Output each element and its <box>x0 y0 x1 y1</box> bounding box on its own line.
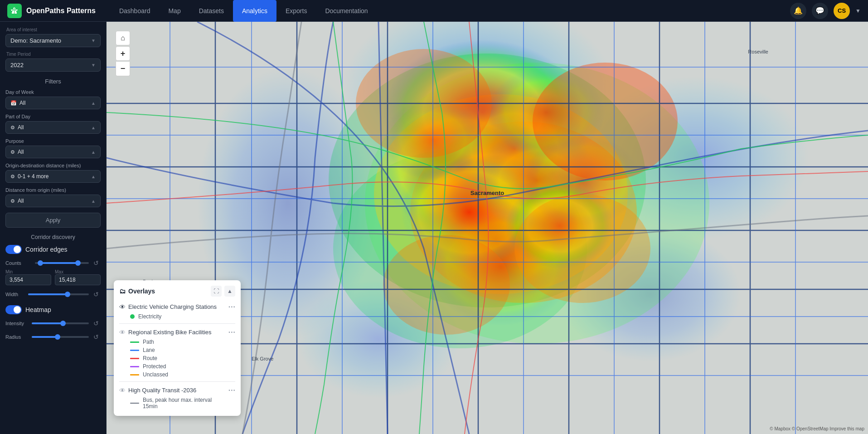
overlays-header-actions: ⛶ ▲ <box>211 286 235 297</box>
width-label: Width <box>5 292 25 297</box>
svg-point-16 <box>419 176 573 303</box>
svg-point-27 <box>383 235 510 335</box>
overlays-collapse-button[interactable]: ▲ <box>224 286 235 297</box>
route-line <box>130 358 139 359</box>
svg-point-15 <box>437 158 610 294</box>
svg-point-26 <box>514 194 650 303</box>
bike-legend-unclassed: Unclassed <box>119 371 235 379</box>
area-select[interactable]: Demo: Sacramento ▼ <box>5 34 101 47</box>
overlay-transit-section: 👁 High Quality Transit -2036 ⋯ Bus, peak… <box>119 385 235 410</box>
bike-legend-protected: Protected <box>119 362 235 371</box>
notifications-button[interactable]: 🔔 <box>790 3 806 19</box>
radius-label: Radius <box>5 334 29 340</box>
counts-refresh-button[interactable]: ↺ <box>92 258 101 268</box>
nav-right: 🔔 💬 CS ▼ <box>790 3 861 19</box>
counts-section: Counts ↺ Min Max <box>5 258 101 285</box>
width-refresh-button[interactable]: ↺ <box>92 290 101 299</box>
overlay-ev-row: 👁 Electric Vehicle Charging Stations ⋯ <box>119 301 235 312</box>
messages-button[interactable]: 💬 <box>812 3 828 19</box>
protected-line <box>130 366 139 367</box>
top-navigation: 🛣 OpenPaths Patterns Dashboard Map Datas… <box>0 0 868 22</box>
counts-max-input[interactable] <box>55 274 101 285</box>
svg-point-13 <box>401 122 582 267</box>
day-of-week-field: Day of Week 📅All ▲ <box>5 89 101 109</box>
dist-from-origin-select[interactable]: ⚙All ▲ <box>5 195 101 207</box>
nav-item-exports[interactable]: Exports <box>276 0 316 22</box>
counts-minmax: Min Max <box>5 269 101 285</box>
nav-item-dashboard[interactable]: Dashboard <box>110 0 160 22</box>
map-label-roseville: Roseville <box>748 49 768 54</box>
counts-max-label: Max <box>55 269 101 274</box>
overlays-title: 🗂 Overlays <box>119 288 155 295</box>
od-chevron-icon: ▲ <box>91 174 96 179</box>
svg-point-25 <box>533 63 678 180</box>
overlay-transit-left: 👁 High Quality Transit -2036 <box>119 387 196 394</box>
apply-button[interactable]: Apply <box>5 213 101 228</box>
day-of-week-select[interactable]: 📅All ▲ <box>5 97 101 109</box>
transit-dots-icon[interactable]: ⋯ <box>228 386 235 395</box>
logo[interactable]: 🛣 OpenPaths Patterns <box>7 4 96 18</box>
bike-eye-icon[interactable]: 👁 <box>119 329 126 336</box>
time-period-field[interactable]: Time Period 2022 ▼ <box>5 52 101 72</box>
area-of-interest-field[interactable]: Area of interest Demo: Sacramento ▼ <box>5 27 101 47</box>
filter-icon-1: ⚙ <box>10 125 15 131</box>
corridor-edges-toggle[interactable] <box>5 245 22 254</box>
radius-range-track[interactable] <box>32 336 89 338</box>
part-of-day-select[interactable]: ⚙All ▲ <box>5 121 101 134</box>
svg-point-18 <box>401 158 537 267</box>
width-range-track[interactable] <box>28 293 89 295</box>
purpose-select[interactable]: ⚙All ▲ <box>5 146 101 158</box>
counts-range-track[interactable] <box>35 262 89 264</box>
svg-point-10 <box>410 122 637 303</box>
svg-point-9 <box>374 94 628 294</box>
origin-dest-select[interactable]: ⚙0-1 + 4 more ▲ <box>5 170 101 183</box>
nav-item-datasets[interactable]: Datasets <box>190 0 233 22</box>
nav-item-documentation[interactable]: Documentation <box>316 0 377 22</box>
home-button[interactable]: ⌂ <box>116 31 130 45</box>
radius-refresh-button[interactable]: ↺ <box>92 332 101 341</box>
transit-eye-icon[interactable]: 👁 <box>119 387 126 394</box>
origin-dest-label: Origin-destination distance (miles) <box>5 163 101 168</box>
zoom-in-button[interactable]: + <box>116 46 130 61</box>
map-label-elk-grove: Elk Grove <box>252 356 273 361</box>
zoom-out-button[interactable]: − <box>116 62 130 76</box>
electricity-dot <box>130 314 135 319</box>
pod-chevron-icon: ▲ <box>91 125 96 130</box>
intensity-label: Intensity <box>5 321 29 326</box>
nav-item-map[interactable]: Map <box>159 0 189 22</box>
path-label: Path <box>143 339 154 345</box>
bike-legend-route: Route <box>119 354 235 362</box>
intensity-range-track[interactable] <box>32 322 89 324</box>
path-line <box>130 341 139 343</box>
overlays-expand-button[interactable]: ⛶ <box>211 286 222 297</box>
dist-from-origin-field: Distance from origin (miles) ⚙All ▲ <box>5 187 101 207</box>
time-select[interactable]: 2022 ▼ <box>5 59 101 72</box>
calendar-icon: 📅 <box>10 100 17 106</box>
lane-label: Lane <box>143 347 155 353</box>
nav-item-analytics[interactable]: Analytics <box>233 0 276 22</box>
svg-point-21 <box>383 99 483 180</box>
counts-label: Counts <box>5 260 32 266</box>
intensity-refresh-button[interactable]: ↺ <box>92 319 101 328</box>
svg-point-23 <box>505 183 614 269</box>
area-label: Area of interest <box>5 27 101 32</box>
heatmap-toggle[interactable] <box>5 305 22 314</box>
bike-dots-icon[interactable]: ⋯ <box>228 328 235 336</box>
user-dropdown-icon[interactable]: ▼ <box>855 8 861 14</box>
ev-dots-icon[interactable]: ⋯ <box>228 302 235 311</box>
bike-legend-lane: Lane <box>119 346 235 354</box>
divider-1 <box>119 323 235 324</box>
radius-section: Radius ↺ <box>5 332 101 341</box>
ev-eye-icon[interactable]: 👁 <box>119 303 126 311</box>
main-content: Area of interest Demo: Sacramento ▼ Time… <box>0 22 868 434</box>
purpose-field: Purpose ⚙All ▲ <box>5 138 101 158</box>
counts-min-input[interactable] <box>5 274 51 285</box>
counts-min-field: Min <box>5 269 51 285</box>
dow-chevron-icon: ▲ <box>91 101 96 106</box>
part-of-day-label: Part of Day <box>5 114 101 119</box>
map-area[interactable]: Roseville Sacramento Davis Elk Grove ⌂ +… <box>107 22 868 434</box>
heatmap-row: Heatmap <box>5 305 101 314</box>
origin-dest-field: Origin-destination distance (miles) ⚙0-1… <box>5 163 101 183</box>
time-label: Time Period <box>5 52 101 57</box>
user-avatar[interactable]: CS <box>834 3 850 19</box>
